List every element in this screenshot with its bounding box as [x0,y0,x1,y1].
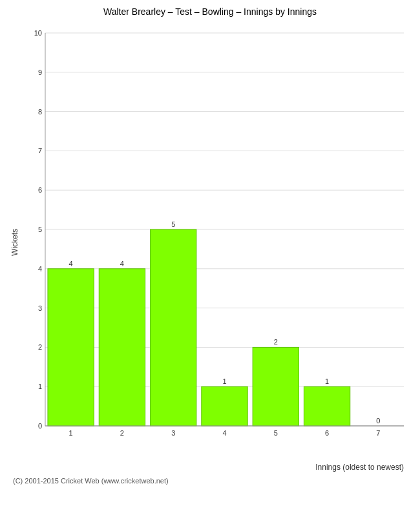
svg-text:4: 4 [120,260,124,268]
svg-rect-33 [202,386,247,426]
svg-rect-30 [151,229,196,426]
svg-text:0: 0 [38,422,42,430]
chart-svg: 01234567891041425314251607 [19,23,414,442]
svg-text:2: 2 [120,429,124,437]
svg-text:8: 8 [38,108,42,116]
svg-rect-24 [48,269,94,426]
svg-text:6: 6 [38,186,42,194]
svg-text:7: 7 [38,147,42,154]
y-axis-label: Wickets [6,23,19,461]
svg-text:5: 5 [274,429,278,437]
svg-text:5: 5 [38,226,42,233]
footer: (C) 2001-2015 Cricket Web (www.cricketwe… [6,472,414,485]
svg-text:7: 7 [376,429,380,437]
svg-text:1: 1 [222,377,226,385]
svg-text:1: 1 [325,377,329,385]
svg-rect-27 [99,269,145,426]
svg-text:10: 10 [34,29,42,37]
x-axis-label: Innings (oldest to newest) [6,461,414,472]
svg-rect-39 [304,386,350,426]
svg-text:4: 4 [222,429,226,437]
svg-text:1: 1 [38,383,42,390]
svg-text:2: 2 [38,343,42,351]
svg-text:9: 9 [38,69,42,76]
svg-text:3: 3 [38,304,42,312]
svg-rect-36 [253,347,299,426]
svg-text:4: 4 [69,260,73,268]
svg-text:3: 3 [171,429,175,437]
chart-container: Walter Brearley – Test – Bowling – Innin… [0,0,420,517]
svg-text:1: 1 [69,429,73,437]
svg-text:4: 4 [38,265,42,273]
svg-text:0: 0 [376,417,380,425]
svg-text:2: 2 [274,338,278,346]
svg-text:5: 5 [171,220,175,228]
chart-title: Walter Brearley – Test – Bowling – Innin… [6,6,414,17]
svg-text:6: 6 [325,429,329,437]
